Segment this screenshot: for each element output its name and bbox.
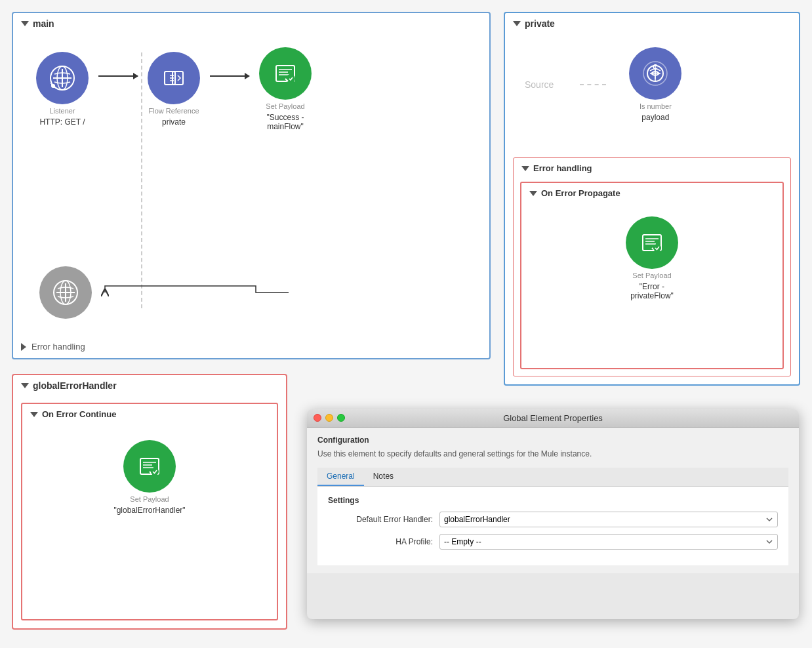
set-payload-global-node[interactable]: Set Payload "globalErrorHandler" <box>113 440 185 515</box>
set-payload-error-circle <box>626 216 678 269</box>
set-payload-main-node[interactable]: Set Payload "Success -mainFlow" <box>256 47 315 131</box>
on-error-continue-box: On Error Continue <box>21 403 278 620</box>
dialog-title: Global Element Properties <box>503 413 603 423</box>
private-panel: private Source C <box>504 12 800 386</box>
flow-reference-circle <box>148 52 200 104</box>
source-label: Source <box>525 79 554 90</box>
global-element-properties-dialog: Global Element Properties Configuration … <box>307 409 799 619</box>
ha-profile-select[interactable]: -- Empty -- <box>439 534 778 550</box>
private-panel-label: private <box>525 18 555 29</box>
settings-row-1: Default Error Handler: globalErrorHandle… <box>328 512 778 527</box>
main-panel: main <box>12 12 491 359</box>
main-flow-row: Listener HTTP: GET / <box>13 34 489 144</box>
return-arrow <box>98 283 295 302</box>
expand-icon <box>21 343 26 351</box>
set-payload-error-label: Set Payload <box>632 272 671 279</box>
tab-general[interactable]: General <box>317 468 364 486</box>
listener-label: Listener <box>49 107 75 115</box>
arrow-2 <box>203 75 256 77</box>
set-payload-global-circle <box>123 440 176 493</box>
global-error-handler-title: globalErrorHandler <box>13 375 286 396</box>
main-panel-title: main <box>13 13 489 34</box>
collapse-icon[interactable] <box>21 21 29 26</box>
flow-reference-node[interactable]: Flow Reference private <box>144 52 203 127</box>
global-error-collapse[interactable] <box>21 383 29 388</box>
settings-title: Settings <box>328 496 778 505</box>
private-error-handling-title: Error handling <box>514 158 790 178</box>
is-number-sublabel: payload <box>641 113 669 122</box>
set-payload-main-label: Set Payload <box>266 102 304 110</box>
on-error-continue-content: Set Payload "globalErrorHandler" <box>22 424 277 531</box>
set-payload-global-sublabel: "globalErrorHandler" <box>113 506 185 515</box>
listener-node[interactable]: Listener HTTP: GET / <box>33 52 92 127</box>
set-payload-error-sublabel: "Error -privateFlow" <box>630 282 674 300</box>
on-error-continue-icon[interactable] <box>30 412 38 417</box>
return-path <box>39 266 295 319</box>
on-error-propagate-content: Set Payload "Error -privateFlow" <box>521 203 782 314</box>
is-number-node[interactable]: C Is number payload <box>626 47 685 122</box>
maximize-button[interactable] <box>337 414 345 422</box>
gray-listener-circle <box>39 266 92 319</box>
flow-ref-sublabel: private <box>162 117 186 127</box>
default-error-handler-label: Default Error Handler: <box>328 515 433 524</box>
listener-sublabel: HTTP: GET / <box>39 117 85 127</box>
dialog-body: Configuration Use this element to specif… <box>307 428 799 573</box>
svg-point-26 <box>653 244 661 252</box>
listener-circle <box>36 52 89 104</box>
window-buttons <box>314 414 345 422</box>
config-label: Configuration <box>317 435 788 445</box>
svg-point-14 <box>286 74 295 83</box>
on-error-continue-title: On Error Continue <box>22 404 277 424</box>
error-handling-collapse[interactable] <box>521 166 529 171</box>
set-payload-error-node[interactable]: Set Payload "Error -privateFlow" <box>622 216 681 300</box>
minimize-button[interactable] <box>325 414 333 422</box>
flow-ref-label: Flow Reference <box>148 107 199 115</box>
svg-rect-6 <box>173 71 183 85</box>
is-number-label: Is number <box>639 102 672 110</box>
dialog-titlebar: Global Element Properties <box>307 409 799 428</box>
private-flow-row: Source C Is number <box>505 34 799 135</box>
private-panel-title: private <box>505 13 799 34</box>
main-error-handling[interactable]: Error handling <box>21 342 85 352</box>
set-payload-main-sublabel: "Success -mainFlow" <box>267 113 304 131</box>
on-error-propagate-box: On Error Propagate <box>520 182 784 369</box>
on-error-propagate-icon[interactable] <box>529 191 537 196</box>
is-number-circle: C <box>629 47 681 100</box>
global-error-handler-panel: globalErrorHandler On Error Continue <box>12 374 287 630</box>
close-button[interactable] <box>314 414 321 422</box>
on-error-propagate-title: On Error Propagate <box>521 183 782 203</box>
tab-notes[interactable]: Notes <box>364 468 403 486</box>
set-payload-main-circle <box>259 47 312 100</box>
svg-point-31 <box>151 468 159 476</box>
private-error-handling-box: Error handling On Error Propagate <box>513 157 791 376</box>
settings-area: Settings Default Error Handler: globalEr… <box>317 487 788 565</box>
default-error-handler-select[interactable]: globalErrorHandler <box>439 512 778 527</box>
error-handling-label: Error handling <box>31 342 85 352</box>
settings-row-2: HA Profile: -- Empty -- <box>328 534 778 550</box>
set-payload-global-label: Set Payload <box>130 495 169 503</box>
private-dashed-sep <box>580 84 606 85</box>
private-collapse-icon[interactable] <box>513 21 521 26</box>
main-panel-label: main <box>33 18 54 29</box>
config-desc: Use this element to specify defaults and… <box>317 449 788 460</box>
ha-profile-label: HA Profile: <box>328 537 433 546</box>
arrow-1 <box>92 75 144 77</box>
dialog-tabs: General Notes <box>317 468 788 487</box>
